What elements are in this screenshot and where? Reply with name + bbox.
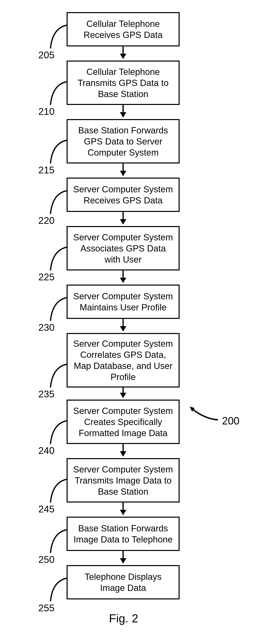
step-text: Server Computer System Maintains User Pr…	[72, 290, 174, 313]
step-text: Telephone Displays Image Data	[72, 571, 174, 593]
lead-line-icon	[48, 190, 68, 216]
step-text: Server Computer System Creates Specifica…	[72, 405, 174, 438]
arrow-icon	[122, 444, 124, 456]
arrow-icon	[122, 551, 124, 563]
step-box-225: Server Computer System Associates GPS Da…	[66, 226, 180, 270]
step-box-255: Telephone Displays Image Data	[66, 565, 180, 600]
step-box-210: Cellular Telephone Transmits GPS Data to…	[66, 60, 180, 105]
ref-label-205: 205	[38, 50, 54, 60]
step-box-215: Base Station Forwards GPS Data to Server…	[66, 119, 180, 164]
step-text: Base Station Forwards GPS Data to Server…	[72, 125, 174, 158]
lead-line-icon	[48, 24, 68, 50]
lead-line-icon	[48, 139, 68, 166]
arrow-icon	[122, 388, 124, 398]
step-text: Server Computer System Correlates GPS Da…	[72, 338, 174, 382]
lead-line-icon	[48, 529, 68, 555]
step-text: Cellular Telephone Transmits GPS Data to…	[72, 66, 174, 100]
arrow-icon	[122, 164, 124, 176]
ref-label-220: 220	[38, 215, 54, 226]
step-box-235: Server Computer System Correlates GPS Da…	[66, 333, 180, 388]
ref-label-215: 215	[38, 164, 54, 176]
arrow-icon	[122, 105, 124, 117]
ref-label-235: 235	[38, 388, 54, 400]
lead-line-icon	[48, 81, 68, 107]
ref-label-210: 210	[38, 106, 54, 117]
ref-label-225: 225	[38, 272, 54, 282]
ref-label-255: 255	[38, 602, 54, 614]
arrow-icon	[122, 46, 124, 58]
ref-label-245: 245	[38, 504, 54, 515]
arrow-icon	[122, 502, 124, 515]
lead-line-icon	[48, 478, 68, 504]
step-box-220: Server Computer System Receives GPS Data	[66, 178, 180, 212]
ref-label-230: 230	[38, 322, 54, 333]
step-box-240: Server Computer System Creates Specifica…	[66, 400, 180, 444]
ref-label-240: 240	[38, 445, 54, 456]
step-text: Cellular Telephone Receives GPS Data	[72, 18, 174, 40]
lead-line-icon	[48, 363, 68, 390]
arrow-icon	[122, 212, 124, 224]
lead-line-icon	[188, 406, 220, 424]
step-text: Server Computer System Transmits Image D…	[72, 464, 174, 497]
step-text: Server Computer System Receives GPS Data	[72, 184, 174, 206]
step-text: Base Station Forwards Image Data to Tele…	[72, 523, 174, 545]
lead-line-icon	[48, 577, 68, 604]
step-box-245: Server Computer System Transmits Image D…	[66, 458, 180, 502]
lead-line-icon	[48, 297, 68, 323]
flowchart-canvas: Cellular Telephone Receives GPS Data 205…	[0, 0, 268, 644]
lead-line-icon	[48, 246, 68, 272]
figure-label: Fig. 2	[109, 612, 138, 625]
step-box-205: Cellular Telephone Receives GPS Data	[66, 12, 180, 46]
arrow-icon	[122, 270, 124, 282]
figure-ref-200: 200	[222, 415, 240, 427]
arrow-icon	[122, 319, 124, 331]
ref-label-250: 250	[38, 554, 54, 565]
step-box-250: Base Station Forwards Image Data to Tele…	[66, 517, 180, 551]
lead-line-icon	[48, 420, 68, 446]
step-text: Server Computer System Associates GPS Da…	[72, 232, 174, 265]
step-box-230: Server Computer System Maintains User Pr…	[66, 284, 180, 319]
